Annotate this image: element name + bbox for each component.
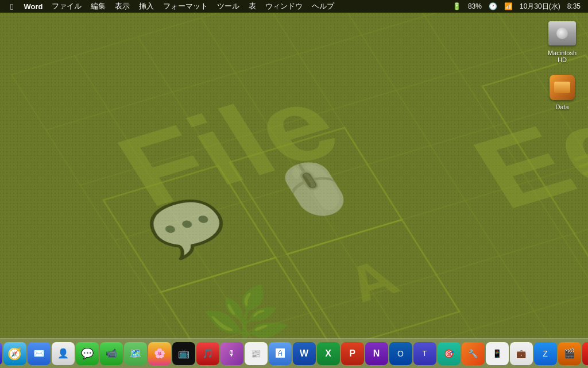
macintosh-hd-icon[interactable]: Macintosh HD — [542, 17, 582, 66]
dock-maps[interactable]: 🗺️ — [124, 342, 147, 365]
dock-acrobat[interactable]: A — [582, 342, 589, 365]
dock-onenote[interactable]: N — [365, 342, 388, 365]
menu-window[interactable]: ウィンドウ — [261, 0, 307, 13]
menu-view[interactable]: 表示 — [110, 0, 134, 13]
dock-news[interactable]: 📰 — [245, 342, 268, 365]
desktop-icons: Macintosh HD Data — [542, 17, 582, 113]
menu-wifi[interactable]: 📶 — [501, 1, 516, 12]
menu-battery-icons: 🔋 — [450, 1, 464, 12]
menu-clock-icon: 🕐 — [486, 1, 500, 12]
dock-outlook[interactable]: O — [389, 342, 412, 365]
menu-edit[interactable]: 編集 — [86, 0, 110, 13]
dock: 🙂 🚀 🎙 📊 🔵 🧭 ✉️ 👤 💬 📹 🗺️ — [0, 338, 588, 368]
menu-datetime[interactable]: 10月30日(水) — [517, 1, 563, 13]
menu-tools[interactable]: ツール — [212, 0, 244, 13]
menu-time: 8:35 — [564, 1, 583, 12]
dock-generic3[interactable]: 📱 — [486, 342, 509, 365]
wallpaper — [0, 0, 588, 368]
menubar:  Word ファイル 編集 表示 挿入 フォーマット ツール 表 ウィンドウ … — [0, 0, 588, 13]
hd-disk — [548, 21, 576, 45]
data-icon-image — [548, 74, 576, 101]
dock-photos[interactable]: 🌸 — [148, 342, 171, 365]
dock-word[interactable]: W — [293, 342, 316, 365]
dock-excel[interactable]: X — [317, 342, 340, 365]
dock-vlc[interactable]: 🎬 — [558, 342, 581, 365]
hd-icon-label: Macintosh HD — [544, 49, 580, 63]
app-menu-word[interactable]: Word — [19, 1, 47, 12]
menu-table[interactable]: 表 — [244, 0, 261, 13]
dock-safari[interactable]: 🧭 — [3, 342, 26, 365]
data-icon-container[interactable]: Data — [542, 71, 582, 113]
menu-help[interactable]: ヘルプ — [307, 0, 339, 13]
dock-powerpoint[interactable]: P — [341, 342, 364, 365]
dock-zoom[interactable]: Z — [534, 342, 557, 365]
dock-generic1[interactable]: 🎯 — [438, 342, 461, 365]
menu-file[interactable]: ファイル — [47, 0, 86, 13]
hd-icon-image — [548, 20, 576, 47]
dock-podcasts[interactable]: 🎙 — [220, 342, 243, 365]
dock-mail[interactable]: ✉️ — [28, 342, 51, 365]
dock-music[interactable]: 🎵 — [196, 342, 219, 365]
dock-status2[interactable]: 🔵 — [0, 342, 2, 365]
apple-menu[interactable]:  — [5, 2, 19, 12]
menu-format[interactable]: フォーマット — [158, 0, 212, 13]
dock-teams[interactable]: T — [413, 342, 436, 365]
dock-tv[interactable]: 📺 — [172, 342, 195, 365]
menu-battery-pct: 83% — [465, 1, 485, 12]
dock-messages[interactable]: 💬 — [76, 342, 99, 365]
dock-contacts[interactable]: 👤 — [52, 342, 75, 365]
data-icon-label: Data — [555, 103, 568, 110]
dock-facetime[interactable]: 📹 — [100, 342, 123, 365]
desktop:  Word ファイル 編集 表示 挿入 フォーマット ツール 表 ウィンドウ … — [0, 0, 588, 368]
dock-appstore[interactable]: 🅰 — [269, 342, 292, 365]
dock-slack[interactable]: 💼 — [510, 342, 533, 365]
data-disk — [550, 75, 575, 100]
menu-insert[interactable]: 挿入 — [134, 0, 158, 13]
dock-generic2[interactable]: 🔧 — [462, 342, 485, 365]
